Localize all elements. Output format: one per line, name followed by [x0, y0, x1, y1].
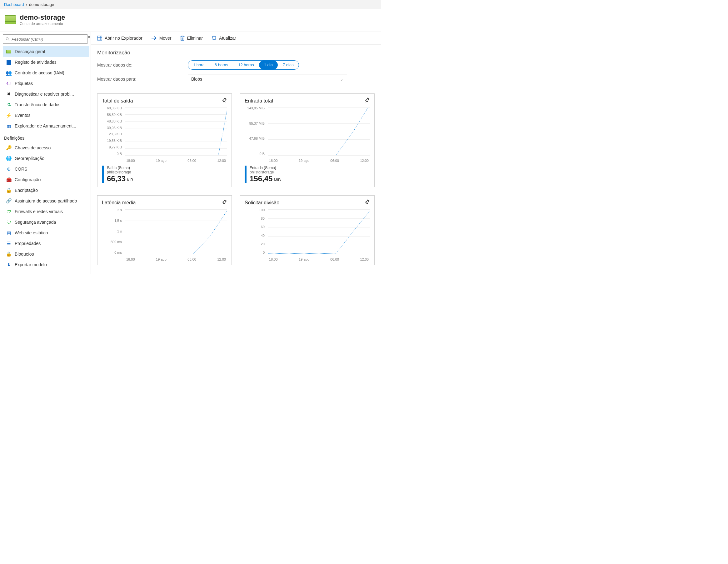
- sidebar-item-web[interactable]: ▤Web site estático: [3, 227, 89, 238]
- pin-icon[interactable]: [364, 199, 370, 206]
- sidebar-item-storage[interactable]: Descrição geral: [3, 46, 89, 57]
- chevron-down-icon: ⌄: [340, 77, 344, 82]
- sidebar-section-title: Definições: [3, 131, 89, 142]
- chart-title: Total de saída: [102, 98, 227, 104]
- search-input[interactable]: [12, 37, 85, 42]
- sidebar-item-props[interactable]: ☰Propriedades: [3, 238, 89, 249]
- refresh-icon: [212, 36, 217, 41]
- sidebar-item-lock[interactable]: 🔒Encriptação: [3, 185, 89, 196]
- sidebar-item-config[interactable]: 🧰Configuração: [3, 174, 89, 185]
- sidebar-item-log[interactable]: Registo de atividades: [3, 57, 89, 67]
- explorer-icon: ▦: [6, 123, 12, 129]
- sidebar-item-iam[interactable]: 👥Controlo de acesso (IAM): [3, 67, 89, 78]
- sidebar: « Descrição geralRegisto de atividades👥C…: [0, 32, 91, 274]
- show-for-label: Mostrar dados para:: [97, 77, 188, 82]
- svg-line-1: [8, 40, 9, 41]
- sidebar-item-label: Registo de atividades: [15, 60, 57, 65]
- iam-icon: 👥: [6, 70, 12, 76]
- toolbar-label: Mover: [159, 36, 172, 41]
- storage-icon: [6, 49, 12, 54]
- chart-summary: Entrada (Soma)philstolstorage156,45MiB: [245, 166, 370, 183]
- sidebar-item-label: Bloqueios: [15, 252, 34, 257]
- chart-title: Solicitar divisão: [245, 200, 370, 206]
- sidebar-item-label: Web site estático: [15, 230, 48, 235]
- time-range-12horas[interactable]: 12 horas: [233, 61, 259, 69]
- sidebar-item-link[interactable]: 🔗Assinatura de acesso partilhado: [3, 196, 89, 206]
- sidebar-item-label: Propriedades: [15, 241, 41, 246]
- sidebar-item-shield[interactable]: 🛡Segurança avançada: [3, 217, 89, 227]
- chart-card: Solicitar divisão10080604020018:0019 ago…: [240, 195, 375, 265]
- time-range-1hora[interactable]: 1 hora: [188, 61, 210, 69]
- firewall-icon: 🛡: [6, 209, 12, 214]
- sidebar-item-tools[interactable]: ✖Diagnosticar e resolver probl...: [3, 89, 89, 99]
- pin-icon[interactable]: [222, 199, 227, 206]
- transfer-icon: ⚗: [6, 102, 12, 107]
- toolbar: Abrir no Explorador Mover Eliminar: [91, 32, 381, 45]
- pin-icon[interactable]: [364, 97, 370, 104]
- refresh-button[interactable]: Atualizar: [212, 36, 236, 41]
- sidebar-item-firewall[interactable]: 🛡Firewalls e redes virtuais: [3, 206, 89, 217]
- open-in-explorer-button[interactable]: Abrir no Explorador: [97, 36, 142, 41]
- sidebar-item-label: Assinatura de acesso partilhado: [15, 198, 77, 203]
- sidebar-item-cors[interactable]: ⊕CORS: [3, 164, 89, 174]
- sidebar-item-label: CORS: [15, 167, 27, 172]
- chart-summary: Saída (Soma)philstolstorage66,33KiB: [102, 166, 227, 183]
- sidebar-item-tag[interactable]: 🏷Etiquetas: [3, 78, 89, 89]
- sidebar-item-label: Encriptação: [15, 188, 38, 193]
- sidebar-item-globe[interactable]: 🌐Georreplicação: [3, 153, 89, 164]
- breadcrumb-root[interactable]: Dashboard: [4, 2, 24, 7]
- sidebar-item-lockpad[interactable]: 🔒Bloqueios: [3, 249, 89, 259]
- chart-title: Entrada total: [245, 98, 370, 104]
- chart-title: Latência média: [102, 200, 227, 206]
- sidebar-item-label: Descrição geral: [15, 49, 45, 54]
- time-range-1dia[interactable]: 1 dia: [259, 61, 278, 69]
- sidebar-item-label: Exportar modelo: [15, 262, 47, 267]
- toolbar-label: Abrir no Explorador: [105, 36, 142, 41]
- sidebar-search[interactable]: [3, 34, 87, 44]
- globe-icon: 🌐: [6, 156, 12, 161]
- collapse-sidebar-button[interactable]: «: [87, 33, 91, 40]
- sidebar-item-transfer[interactable]: ⚗Transferência de dados: [3, 99, 89, 110]
- data-type-select[interactable]: Blobs ⌄: [188, 74, 347, 84]
- link-icon: 🔗: [6, 198, 12, 204]
- show-from-label: Mostrar dados de:: [97, 62, 188, 67]
- chart-card: Total de saída68,36 KiB58,59 KiB48,83 Ki…: [97, 93, 232, 187]
- config-icon: 🧰: [6, 177, 12, 182]
- log-icon: [6, 59, 12, 65]
- trash-icon: [180, 36, 185, 41]
- svg-point-0: [6, 37, 8, 40]
- svg-rect-13: [182, 36, 183, 37]
- toolbar-label: Eliminar: [187, 36, 203, 41]
- sidebar-item-label: Chaves de acesso: [15, 145, 51, 150]
- pin-icon[interactable]: [222, 97, 227, 104]
- props-icon: ☰: [6, 241, 12, 246]
- tag-icon: 🏷: [6, 81, 12, 86]
- time-range-6horas[interactable]: 6 horas: [210, 61, 233, 69]
- monitoring-title: Monitorização: [97, 50, 375, 56]
- sidebar-item-bolt[interactable]: ⚡Eventos: [3, 110, 89, 121]
- sidebar-item-label: Transferência de dados: [15, 102, 61, 107]
- shield-icon: 🛡: [6, 219, 12, 225]
- storage-account-icon: [5, 15, 16, 24]
- chart-card: Entrada total143,05 MiB95,37 MiB47,68 Mi…: [240, 93, 375, 187]
- lock-icon: 🔒: [6, 187, 12, 193]
- time-range-selector: 1 hora6 horas12 horas1 dia7 dias: [188, 60, 299, 70]
- tools-icon: ✖: [6, 91, 12, 97]
- sidebar-item-label: Eventos: [15, 113, 31, 118]
- toolbar-label: Atualizar: [219, 36, 236, 41]
- sidebar-item-label: Georreplicação: [15, 156, 44, 161]
- svg-rect-2: [97, 36, 102, 40]
- page-title: demo-storage: [20, 13, 65, 22]
- sidebar-item-key[interactable]: 🔑Chaves de acesso: [3, 142, 89, 153]
- sidebar-item-explorer[interactable]: ▦Explorador de Armazenament...: [3, 121, 89, 131]
- sidebar-item-label: Firewalls e redes virtuais: [15, 209, 63, 214]
- delete-button[interactable]: Eliminar: [180, 36, 203, 41]
- bolt-icon: ⚡: [6, 112, 12, 118]
- time-range-7dias[interactable]: 7 dias: [278, 61, 299, 69]
- move-button[interactable]: Mover: [151, 36, 172, 41]
- sidebar-item-label: Controlo de acesso (IAM): [15, 70, 64, 75]
- sidebar-item-export[interactable]: ⬇Exportar modelo: [3, 259, 89, 270]
- cors-icon: ⊕: [6, 166, 12, 172]
- breadcrumb: Dashboard › demo-storage: [0, 0, 381, 9]
- select-value: Blobs: [191, 77, 202, 82]
